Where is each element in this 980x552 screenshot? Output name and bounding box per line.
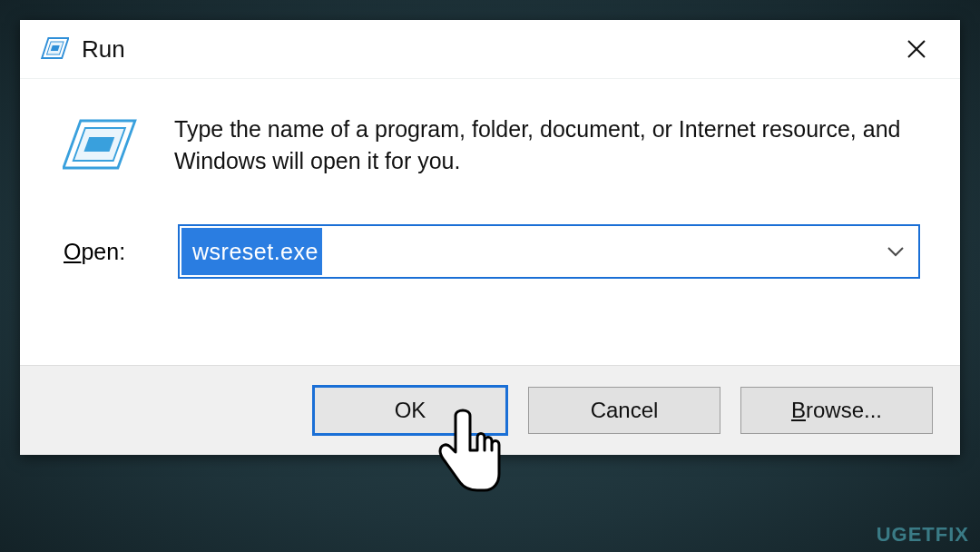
chevron-down-icon: [887, 245, 905, 258]
run-dialog-icon: [60, 112, 143, 181]
input-selection: wsreset.exe: [181, 228, 322, 275]
dropdown-button[interactable]: [873, 245, 918, 258]
info-text: Type the name of a program, folder, docu…: [174, 112, 920, 177]
titlebar: Run: [20, 20, 960, 79]
close-button[interactable]: [889, 27, 944, 71]
cancel-button[interactable]: Cancel: [528, 387, 720, 434]
browse-button[interactable]: Browse...: [740, 387, 933, 434]
dialog-title: Run: [82, 35, 125, 64]
svg-rect-7: [83, 137, 114, 152]
dialog-body: Type the name of a program, folder, docu…: [20, 79, 960, 365]
close-icon: [906, 38, 927, 60]
dialog-footer: OK Cancel Browse...: [20, 365, 960, 455]
info-row: Type the name of a program, folder, docu…: [60, 112, 920, 181]
open-label: Open:: [60, 239, 147, 265]
watermark: UGETFIX: [877, 523, 969, 547]
run-dialog: Run Type the name of a program, folder, …: [20, 20, 960, 455]
ok-button[interactable]: OK: [312, 385, 508, 436]
open-combobox[interactable]: wsreset.exe: [178, 224, 920, 279]
run-icon: [36, 36, 73, 62]
open-row: Open: wsreset.exe: [60, 224, 920, 279]
